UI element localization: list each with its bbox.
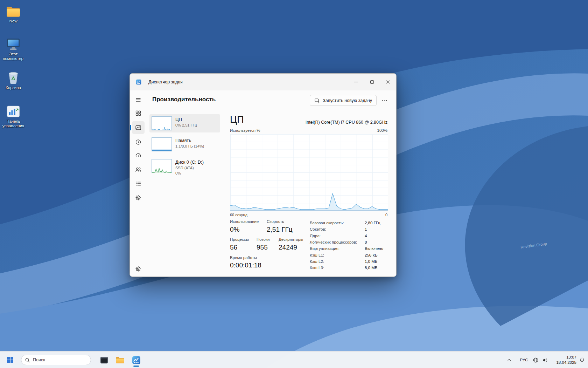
taskbar-search[interactable] — [21, 355, 91, 365]
chevron-up-icon — [507, 357, 512, 362]
users-icon — [135, 166, 141, 173]
bell-icon — [579, 357, 585, 363]
nav-startup-apps-button[interactable] — [132, 149, 145, 162]
memory-mini-graph — [152, 137, 172, 151]
windows-logo-icon — [7, 357, 13, 363]
taskbar-clock[interactable]: 13:07 18.04.2025 — [548, 355, 576, 365]
perf-item-memory[interactable]: Память 1,1/8,0 ГБ (14%) — [149, 135, 220, 154]
maximize-button[interactable] — [364, 74, 380, 90]
services-icon — [135, 195, 141, 201]
clock-time: 13:07 — [548, 355, 576, 360]
stat-label: Процессы — [230, 237, 249, 241]
memory-thumb-baseline — [152, 150, 172, 151]
nav-services-button[interactable] — [132, 191, 145, 204]
nav-menu-button[interactable] — [132, 94, 145, 106]
nav-app-history-button[interactable] — [132, 136, 145, 148]
desktop-icon-label: New — [9, 19, 17, 23]
stat-label: Использование — [230, 219, 259, 224]
computer-icon — [6, 38, 21, 51]
task-manager-icon — [136, 79, 141, 85]
desktop-icon-label: Корзина — [6, 86, 21, 90]
more-options-button[interactable] — [380, 98, 389, 103]
network-button[interactable] — [531, 353, 540, 367]
stat-value-usage: 0% — [230, 226, 239, 233]
desktop-screen: Revision Group New Этот компьютер Корзин… — [0, 0, 588, 368]
menu-icon — [135, 97, 141, 103]
perf-item-detail: 0% 2,51 ГГц — [175, 123, 197, 127]
nav-users-button[interactable] — [132, 163, 145, 176]
spec-row: Кэш L2: 1,0 МБ — [310, 258, 396, 265]
details-icon — [135, 180, 141, 187]
spec-label: Сокетов: — [310, 227, 365, 231]
spec-row: Логических процессоров: 8 — [310, 239, 396, 245]
gear-icon — [135, 266, 141, 272]
search-icon — [25, 357, 30, 363]
minimize-button[interactable] — [348, 74, 364, 90]
spec-label: Ядра: — [310, 234, 365, 238]
spec-row: Кэш L1: 256 КБ — [310, 252, 396, 258]
perf-item-name: Диск 0 (C: D:) — [175, 159, 204, 165]
spec-label: Кэш L1: — [310, 253, 365, 257]
maximize-icon — [370, 80, 374, 84]
folder-icon — [6, 5, 21, 18]
desktop-icon-label: Этот компьютер — [1, 52, 26, 61]
nav-performance-button[interactable] — [132, 121, 145, 134]
nav-rail — [130, 90, 147, 277]
task-manager-window: Диспетчер задач — [130, 73, 397, 277]
desktop-icon-control-panel[interactable]: Панель управления — [1, 104, 26, 129]
run-new-task-button[interactable]: Запустить новую задачу — [310, 95, 377, 106]
desktop-icon-new-folder[interactable]: New — [1, 4, 26, 25]
stat-label: Дескрипторы — [279, 237, 303, 241]
perf-item-detail: 1,1/8,0 ГБ (14%) — [175, 144, 204, 148]
new-task-icon — [314, 98, 320, 103]
perf-item-detail: 0% — [175, 171, 204, 175]
titlebar[interactable]: Диспетчер задач — [130, 74, 396, 90]
perf-item-name: Память — [175, 138, 204, 143]
spec-label: Базовая скорость: — [310, 221, 365, 225]
cpu-spec-list: Базовая скорость: 2,80 ГГц Сокетов: 1 Яд… — [310, 220, 396, 271]
stat-label: Скорость — [267, 219, 284, 224]
spec-label: Виртуализация: — [310, 246, 365, 251]
perf-item-cpu[interactable]: ЦП 0% 2,51 ГГц — [149, 114, 220, 132]
spec-value: 2,80 ГГц — [365, 221, 380, 225]
nav-processes-button[interactable] — [132, 107, 145, 120]
cpu-section-title: ЦП — [230, 114, 244, 125]
stat-value-processes: 56 — [230, 244, 237, 251]
close-icon — [386, 80, 390, 84]
spec-row: Сокетов: 1 — [310, 226, 396, 232]
spec-value: 8 — [365, 240, 367, 244]
taskbar-file-explorer[interactable] — [113, 353, 127, 367]
language-indicator[interactable]: РУС — [518, 353, 530, 367]
nav-details-button[interactable] — [132, 177, 145, 190]
cpu-mini-graph — [152, 116, 172, 130]
language-label: РУС — [520, 358, 528, 362]
search-input[interactable] — [33, 357, 85, 362]
perf-item-disk[interactable]: Диск 0 (C: D:) SSD (ATA) 0% — [149, 157, 220, 179]
perf-item-detail: SSD (ATA) — [175, 166, 204, 170]
start-button[interactable] — [3, 353, 17, 367]
spec-label: Логических процессоров: — [310, 240, 365, 244]
window-title: Диспетчер задач — [148, 80, 183, 84]
recycle-bin-icon — [6, 70, 20, 84]
graph-axis-right: 0 — [385, 213, 387, 217]
close-button[interactable] — [380, 74, 396, 90]
taskbar-task-manager[interactable] — [129, 353, 143, 367]
app-history-icon — [135, 139, 141, 145]
desktop-icon-label: Панель управления — [1, 119, 26, 128]
spec-label: Кэш L2: — [310, 259, 365, 264]
cpu-model-name: Intel(R) Core(TM) i7 CPU 860 @ 2.80GHz — [306, 120, 387, 125]
spec-value: Включено — [365, 246, 383, 251]
stat-value-speed: 2,51 ГГц — [267, 226, 293, 233]
tray-show-hidden-icons[interactable] — [504, 353, 514, 367]
desktop-icon-this-pc[interactable]: Этот компьютер — [1, 36, 26, 62]
desktop-icon-recycle-bin[interactable]: Корзина — [1, 69, 26, 91]
notification-center-button[interactable] — [578, 353, 586, 367]
settings-button[interactable] — [132, 263, 145, 275]
stat-label: Время работы — [230, 255, 257, 260]
globe-network-icon — [533, 357, 539, 363]
stat-value-threads: 955 — [257, 244, 268, 251]
spec-row: Базовая скорость: 2,80 ГГц — [310, 220, 396, 226]
taskbar-app-dark-window[interactable] — [97, 353, 111, 367]
task-manager-icon — [132, 356, 141, 364]
graph-usage-label: Используется % — [230, 128, 260, 132]
